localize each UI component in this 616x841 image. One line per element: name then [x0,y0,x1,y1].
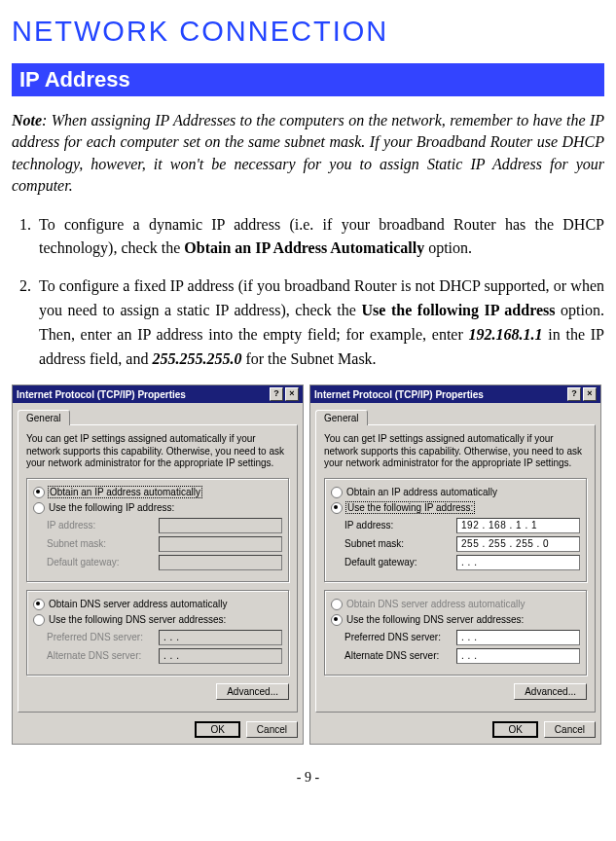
help-icon[interactable]: ? [270,387,283,401]
dialog-titlebar: Internet Protocol (TCP/IP) Properties ? … [13,385,303,403]
close-icon[interactable]: × [285,387,299,401]
radio-icon [331,502,343,514]
adns-input[interactable]: . . . [456,648,580,664]
dialog-button-row: OK Cancel [310,717,600,744]
radio-obtain-dns-auto[interactable]: Obtain DNS server address automatically [331,599,580,610]
preferred-dns-field: Preferred DNS server: . . . [47,630,282,645]
page-title: NETWORK CONNECTION [12,16,604,48]
alternate-dns-field: Alternate DNS server: . . . [47,648,282,664]
adns-input: . . . [159,648,282,664]
tab-panel: You can get IP settings assigned automat… [315,424,596,713]
radio-icon [33,502,45,514]
ip-input [159,518,282,533]
intro-text: You can get IP settings assigned automat… [324,433,587,470]
tcpip-dialog-manual: Internet Protocol (TCP/IP) Properties ? … [309,384,601,745]
radio-icon [33,599,45,610]
ip-groupbox: Obtain an IP address automatically Use t… [324,478,587,582]
default-gateway-field: Default gateway: . . . [344,555,580,570]
alternate-dns-field: Alternate DNS server: . . . [344,648,580,664]
advanced-button[interactable]: Advanced... [216,683,289,700]
cancel-button[interactable]: Cancel [544,721,596,738]
tab-general[interactable]: General [18,410,70,425]
step-1: To configure a dynamic IP address (i.e. … [35,213,604,262]
dns-groupbox: Obtain DNS server address automatically … [324,590,587,676]
dialog-title: Internet Protocol (TCP/IP) Properties [17,389,186,400]
subnet-mask-field: Subnet mask: 255 . 255 . 255 . 0 [344,536,580,552]
tab-general[interactable]: General [315,410,368,425]
ip-address-field: IP address: 192 . 168 . 1 . 1 [344,518,580,533]
note-text: : When assigning IP Addresses to the com… [12,112,604,194]
help-icon[interactable]: ? [567,387,581,401]
preferred-dns-field: Preferred DNS server: . . . [344,630,580,645]
section-header: IP Address [12,63,604,96]
subnet-mask-field: Subnet mask: [47,536,282,552]
radio-use-ip[interactable]: Use the following IP address: [331,502,580,514]
titlebar-buttons: ? × [567,387,597,401]
cancel-button[interactable]: Cancel [246,721,298,738]
ip-address-field: IP address: [47,518,282,533]
steps-list: To configure a dynamic IP address (i.e. … [12,213,604,372]
gateway-input [159,555,282,570]
radio-obtain-ip-auto[interactable]: Obtain an IP address automatically [33,487,282,498]
titlebar-buttons: ? × [270,387,299,401]
ip-input[interactable]: 192 . 168 . 1 . 1 [456,518,580,533]
dns-groupbox: Obtain DNS server address automatically … [26,590,289,676]
radio-icon [331,614,343,626]
screenshots-row: Internet Protocol (TCP/IP) Properties ? … [12,384,604,745]
radio-use-dns[interactable]: Use the following DNS server addresses: [33,614,282,626]
radio-icon [331,487,343,498]
pdns-input[interactable]: . . . [456,630,580,645]
mask-input [159,536,282,552]
tcpip-dialog-auto: Internet Protocol (TCP/IP) Properties ? … [12,384,304,745]
radio-use-dns[interactable]: Use the following DNS server addresses: [331,614,580,626]
advanced-button[interactable]: Advanced... [514,683,587,700]
page-number: - 9 - [12,770,604,786]
ok-button[interactable]: OK [195,721,239,738]
gateway-input[interactable]: . . . [456,555,580,570]
default-gateway-field: Default gateway: [47,555,282,570]
dialog-title: Internet Protocol (TCP/IP) Properties [314,389,484,400]
tab-panel: You can get IP settings assigned automat… [18,424,298,713]
radio-icon [33,614,45,626]
mask-input[interactable]: 255 . 255 . 255 . 0 [456,536,580,552]
radio-icon [33,487,45,498]
dialog-titlebar: Internet Protocol (TCP/IP) Properties ? … [310,385,600,403]
radio-obtain-ip-auto[interactable]: Obtain an IP address automatically [331,487,580,498]
step-2: To configure a fixed IP address (if you … [35,274,604,371]
radio-icon [331,599,343,610]
intro-text: You can get IP settings assigned automat… [26,433,289,470]
note-label: Note [12,112,42,128]
radio-use-ip[interactable]: Use the following IP address: [33,502,282,514]
radio-obtain-dns-auto[interactable]: Obtain DNS server address automatically [33,599,282,610]
close-icon[interactable]: × [583,387,597,401]
note-paragraph: Note: When assigning IP Addresses to the… [12,110,604,198]
pdns-input: . . . [159,630,282,645]
ip-groupbox: Obtain an IP address automatically Use t… [26,478,289,582]
dialog-button-row: OK Cancel [13,717,303,744]
ok-button[interactable]: OK [492,721,537,738]
